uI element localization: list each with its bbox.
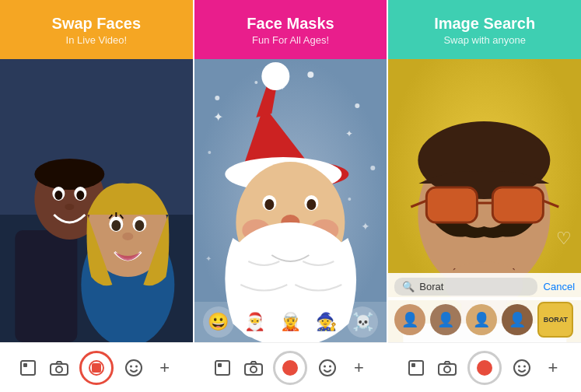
svg-point-78 xyxy=(518,365,520,367)
record-dot xyxy=(282,360,298,376)
svg-rect-3 xyxy=(15,230,77,342)
emoji-icon[interactable] xyxy=(511,357,533,379)
panel2-header: Face Masks Fun For All Ages! xyxy=(194,0,387,59)
plus-icon[interactable]: + xyxy=(154,357,176,379)
record-button[interactable] xyxy=(467,351,502,385)
search-icon: 🔍 xyxy=(402,281,415,292)
svg-point-79 xyxy=(523,365,526,367)
heart-icon[interactable]: ♡ xyxy=(556,229,572,249)
svg-point-56 xyxy=(250,366,257,373)
svg-point-33 xyxy=(370,166,375,170)
svg-point-42 xyxy=(261,62,289,90)
svg-point-10 xyxy=(65,204,74,210)
svg-rect-53 xyxy=(215,361,229,375)
camera-icon[interactable] xyxy=(243,357,264,379)
gallery-icon[interactable] xyxy=(405,357,427,379)
panel1-image-area xyxy=(0,59,193,342)
svg-rect-20 xyxy=(21,361,35,375)
svg-text:✦: ✦ xyxy=(345,128,353,139)
sticker-gnome[interactable]: 🧙 xyxy=(311,306,342,338)
plus-icon[interactable]: + xyxy=(348,357,369,379)
svg-point-28 xyxy=(215,96,219,100)
panel3-title: Image Search xyxy=(434,14,535,33)
panel1-subtitle: In Live Video! xyxy=(66,34,128,46)
svg-rect-74 xyxy=(411,363,415,367)
record-button[interactable] xyxy=(273,351,307,385)
record-dot xyxy=(477,360,492,376)
svg-point-58 xyxy=(324,365,326,367)
panel1-illustration xyxy=(0,59,193,342)
search-input[interactable]: 🔍 Borat xyxy=(394,278,537,296)
swap-faces-panel: Swap Faces In Live Video! xyxy=(0,0,193,392)
svg-text:✦: ✦ xyxy=(205,254,212,263)
svg-point-32 xyxy=(208,151,211,154)
svg-point-30 xyxy=(307,72,313,78)
sticker-elf[interactable]: 🧝 xyxy=(275,306,306,338)
svg-text:✦: ✦ xyxy=(213,110,223,124)
stop-icon xyxy=(89,360,104,376)
svg-point-76 xyxy=(444,366,450,373)
avatar-borat[interactable]: BORAT xyxy=(537,302,573,338)
image-search-panel: Image Search Swap with anyone xyxy=(387,0,581,392)
svg-point-19 xyxy=(122,233,133,240)
svg-point-57 xyxy=(320,360,335,376)
svg-point-26 xyxy=(135,365,138,367)
svg-point-9 xyxy=(76,191,84,200)
face-masks-panel: Face Masks Fun For All Ages! ✦ ✦ xyxy=(193,0,387,392)
sticker-santa[interactable]: 🎅 xyxy=(239,306,270,338)
panel2-title: Face Masks xyxy=(247,14,334,33)
search-cancel-button[interactable]: Cancel xyxy=(544,281,575,292)
panel1-footer: + xyxy=(0,342,193,392)
svg-point-77 xyxy=(514,360,530,376)
svg-point-59 xyxy=(329,365,331,367)
search-text: Borat xyxy=(419,281,443,292)
panel1-header: Swap Faces In Live Video! xyxy=(0,0,193,59)
panel3-subtitle: Swap with anyone xyxy=(443,34,526,46)
svg-point-31 xyxy=(355,103,359,108)
svg-point-48 xyxy=(306,199,316,210)
camera-icon[interactable] xyxy=(436,357,458,379)
borat-label: BORAT xyxy=(544,317,568,324)
avatar-4[interactable]: 👤 xyxy=(502,304,533,335)
emoji-icon[interactable] xyxy=(123,357,145,379)
panel3-image-area: ♡ 🔍 Borat Cancel 👤 👤 👤 👤 BORAT xyxy=(388,59,581,342)
avatar-3[interactable]: 👤 xyxy=(466,304,497,335)
emoji-icon[interactable] xyxy=(317,357,338,379)
sticker-row[interactable]: 😀 🎅 🧝 🧙 ☠️ xyxy=(194,302,387,342)
avatar-1[interactable]: 👤 xyxy=(394,304,425,335)
panel1-title: Swap Faces xyxy=(52,14,142,33)
svg-rect-67 xyxy=(495,189,542,221)
svg-text:✦: ✦ xyxy=(361,220,370,233)
gallery-icon[interactable] xyxy=(17,357,39,379)
panel2-image-area: ✦ ✦ ✦ ✦ ✦ xyxy=(194,59,387,342)
search-bar[interactable]: 🔍 Borat Cancel xyxy=(388,273,581,300)
svg-point-35 xyxy=(348,198,351,201)
panel2-footer: + xyxy=(194,342,387,392)
svg-point-5 xyxy=(34,159,104,190)
plus-icon[interactable]: + xyxy=(542,357,564,379)
panel3-header: Image Search Swap with anyone xyxy=(388,0,581,59)
svg-point-24 xyxy=(126,360,142,376)
panel3-footer: + xyxy=(388,342,581,392)
camera-icon[interactable] xyxy=(48,357,70,379)
avatar-row: 👤 👤 👤 👤 BORAT xyxy=(388,297,581,342)
panel2-subtitle: Fun For All Ages! xyxy=(252,34,329,46)
stop-record-button[interactable] xyxy=(79,351,114,385)
svg-point-8 xyxy=(54,191,62,200)
svg-point-47 xyxy=(264,199,274,210)
gallery-icon[interactable] xyxy=(212,357,233,379)
sticker-emoji[interactable]: 😀 xyxy=(203,306,234,338)
svg-rect-73 xyxy=(409,361,423,375)
svg-rect-54 xyxy=(218,363,222,367)
svg-point-29 xyxy=(254,81,257,84)
panel2-illustration: ✦ ✦ ✦ ✦ ✦ xyxy=(194,59,387,342)
svg-point-23 xyxy=(56,366,62,373)
svg-point-14 xyxy=(111,220,121,231)
svg-rect-21 xyxy=(23,363,27,367)
sticker-skull[interactable]: ☠️ xyxy=(347,306,378,338)
svg-point-25 xyxy=(130,365,132,367)
avatar-2[interactable]: 👤 xyxy=(430,304,461,335)
svg-rect-66 xyxy=(429,189,476,221)
svg-point-15 xyxy=(135,220,144,231)
